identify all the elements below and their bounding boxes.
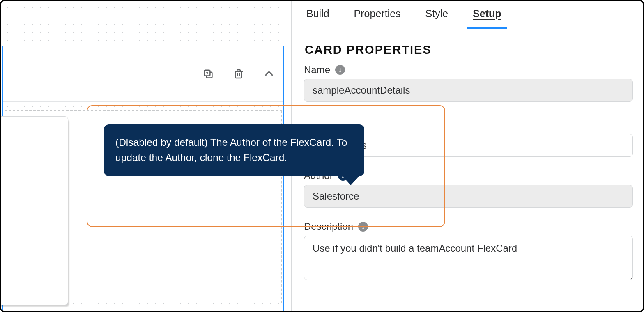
copy-button[interactable] <box>202 67 215 80</box>
field-description-label: Description <box>304 221 353 232</box>
description-input[interactable] <box>304 236 633 280</box>
card-inner-panel[interactable] <box>0 116 68 305</box>
svg-rect-4 <box>236 71 242 78</box>
chevron-up-icon <box>263 68 275 80</box>
author-input <box>304 185 633 208</box>
card-header-row <box>3 46 283 102</box>
name-input <box>304 79 633 102</box>
app-frame: Build Properties Style Setup CARD PROPER… <box>0 0 644 312</box>
field-name-label: Name <box>304 64 330 76</box>
copy-icon <box>202 68 214 80</box>
collapse-button[interactable] <box>262 67 276 80</box>
field-description: Description i <box>304 221 633 282</box>
tab-style[interactable]: Style <box>426 8 448 29</box>
info-icon[interactable]: i <box>358 222 368 232</box>
section-title: CARD PROPERTIES <box>305 43 633 57</box>
tab-properties[interactable]: Properties <box>354 8 401 29</box>
tab-build[interactable]: Build <box>306 8 329 29</box>
field-description-label-row: Description i <box>304 221 633 232</box>
tabs-row: Build Properties Style Setup <box>304 1 633 29</box>
delete-button[interactable] <box>232 67 245 80</box>
tab-setup[interactable]: Setup <box>473 8 501 29</box>
field-name: Name i <box>304 64 633 102</box>
author-tooltip: (Disabled by default) The Author of the … <box>104 124 364 176</box>
card-header-actions <box>202 46 276 101</box>
trash-icon <box>232 68 245 80</box>
card-outline[interactable] <box>2 46 284 312</box>
info-icon[interactable]: i <box>335 65 345 75</box>
field-name-label-row: Name i <box>304 64 633 76</box>
